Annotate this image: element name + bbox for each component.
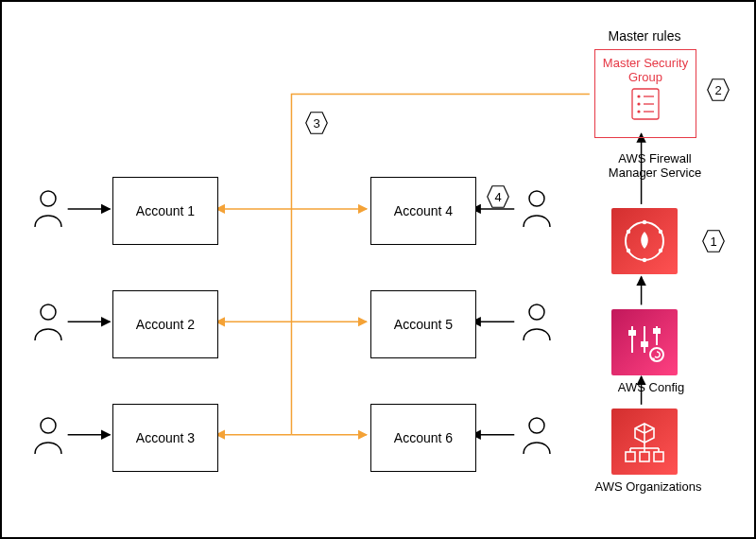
- svg-rect-49: [640, 452, 649, 461]
- account-box-4: Account 4: [370, 177, 476, 245]
- svg-point-15: [41, 191, 56, 206]
- svg-rect-48: [626, 452, 635, 461]
- svg-point-22: [637, 95, 640, 97]
- master-rules-title: Master rules: [588, 28, 701, 43]
- checklist-icon: [631, 88, 660, 120]
- diagram-canvas: Account 1 Account 2 Account 3 Account 4 …: [0, 0, 756, 539]
- account-label: Account 5: [394, 317, 453, 332]
- svg-point-16: [41, 304, 56, 320]
- svg-rect-36: [628, 330, 636, 336]
- svg-point-32: [643, 258, 646, 262]
- svg-point-24: [637, 102, 640, 105]
- user-icon: [521, 303, 553, 342]
- account-label: Account 4: [394, 203, 453, 218]
- svg-point-18: [529, 191, 544, 206]
- svg-point-34: [627, 230, 630, 234]
- svg-point-29: [643, 220, 646, 224]
- aws-config-icon: [611, 309, 678, 375]
- callout-4: 4: [486, 184, 510, 209]
- user-icon: [521, 416, 553, 456]
- svg-point-31: [659, 249, 662, 252]
- svg-rect-50: [654, 452, 663, 461]
- svg-point-30: [659, 230, 662, 234]
- aws-config-label: AWS Config: [604, 380, 698, 394]
- firewall-manager-label: AWS Firewall Manager Service: [593, 151, 716, 180]
- master-security-group: Master Security Group: [594, 49, 696, 138]
- account-label: Account 1: [136, 203, 195, 218]
- account-box-2: Account 2: [112, 290, 218, 358]
- callout-2: 2: [706, 78, 730, 102]
- user-icon: [32, 189, 64, 229]
- svg-point-20: [529, 418, 544, 433]
- account-box-6: Account 6: [370, 404, 476, 472]
- user-icon: [32, 303, 64, 342]
- firewall-manager-icon: [611, 208, 678, 274]
- svg-point-19: [529, 304, 544, 320]
- svg-point-33: [627, 249, 630, 252]
- user-icon: [521, 189, 553, 229]
- aws-organizations-icon: [611, 409, 678, 475]
- callout-3: 3: [304, 111, 329, 135]
- account-box-3: Account 3: [112, 404, 218, 472]
- svg-point-17: [41, 418, 56, 433]
- svg-rect-38: [641, 341, 648, 347]
- account-label: Account 2: [136, 317, 195, 332]
- svg-point-41: [650, 348, 663, 361]
- svg-rect-40: [653, 328, 661, 334]
- user-icon: [32, 416, 64, 456]
- aws-organizations-label: AWS Organizations: [582, 479, 714, 494]
- account-label: Account 6: [394, 430, 453, 445]
- account-label: Account 3: [136, 430, 195, 445]
- account-box-5: Account 5: [370, 290, 476, 358]
- account-box-1: Account 1: [112, 177, 218, 245]
- msg-label: Master Security Group: [603, 56, 688, 84]
- svg-point-26: [637, 110, 640, 113]
- callout-1: 1: [701, 229, 726, 253]
